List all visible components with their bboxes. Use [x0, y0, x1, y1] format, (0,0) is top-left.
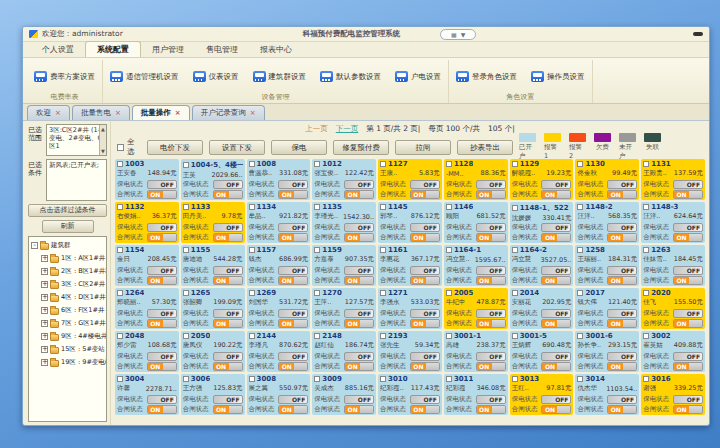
- card-checkbox[interactable]: [643, 376, 649, 382]
- protect-status-toggle[interactable]: OFF: [278, 266, 308, 275]
- card-checkbox[interactable]: [446, 247, 452, 253]
- meter-card[interactable]: 1129 解晓霞.. 19.23元 保电状态 OFF 合闸状态 ON: [510, 159, 574, 200]
- toolbar-button[interactable]: 抄表导出: [457, 140, 513, 155]
- meter-card[interactable]: 2020 佳飞 155.50元 保电状态 OFF 合闸状态 ON: [641, 288, 705, 329]
- protect-status-toggle[interactable]: OFF: [607, 266, 637, 275]
- protect-status-toggle[interactable]: OFF: [673, 180, 703, 189]
- protect-status-toggle[interactable]: OFF: [213, 266, 243, 275]
- card-checkbox[interactable]: [249, 247, 255, 253]
- switch-status-toggle[interactable]: ON: [278, 190, 308, 199]
- protect-status-toggle[interactable]: OFF: [541, 223, 571, 232]
- close-icon[interactable]: ×: [55, 109, 61, 117]
- switch-status-toggle[interactable]: ON: [213, 362, 243, 371]
- meter-card[interactable]: 1155 唐迪迪 544.28元 保电状态 OFF 合闸状态 ON: [181, 245, 245, 286]
- card-checkbox[interactable]: [446, 161, 452, 167]
- close-icon[interactable]: ×: [250, 109, 256, 117]
- card-checkbox[interactable]: [117, 247, 123, 253]
- card-checkbox[interactable]: [446, 290, 452, 296]
- meter-card[interactable]: 1157 钱杰 686.99元 保电状态 OFF 合闸状态 ON: [247, 245, 311, 286]
- ribbon-button[interactable]: 仪表设置: [190, 69, 242, 84]
- meter-card[interactable]: 1146 顾阳 681.52元 保电状态 OFF 合闸状态 ON: [444, 202, 508, 243]
- card-checkbox[interactable]: [446, 333, 452, 339]
- meter-card[interactable]: 3013 王红.. 97.81元 保电状态 OFF 合闸状态 ON: [510, 374, 574, 415]
- card-checkbox[interactable]: [314, 290, 320, 296]
- switch-status-toggle[interactable]: ON: [410, 405, 440, 414]
- tree-node[interactable]: + 6区：F区1#井（F区1#: [31, 304, 106, 317]
- switch-status-toggle[interactable]: ON: [344, 276, 374, 285]
- card-checkbox[interactable]: [512, 376, 518, 382]
- card-checkbox[interactable]: [249, 204, 255, 210]
- meter-card[interactable]: 1263 佳妹雪.. 184.45元 保电状态 OFF 合闸状态 ON: [641, 245, 705, 286]
- card-checkbox[interactable]: [314, 376, 320, 382]
- tree-node[interactable]: + 9区：4#楼电井（4#楼: [31, 330, 106, 343]
- card-checkbox[interactable]: [577, 204, 583, 210]
- switch-status-toggle[interactable]: ON: [278, 405, 308, 414]
- prev-page-link[interactable]: 上一页: [305, 124, 328, 134]
- toolbar-button[interactable]: 电价下发: [147, 140, 203, 155]
- switch-status-toggle[interactable]: ON: [344, 233, 374, 242]
- protect-status-toggle[interactable]: OFF: [673, 352, 703, 361]
- card-checkbox[interactable]: [314, 204, 320, 210]
- meter-card[interactable]: 3008 展之翼 550.97元 保电状态 OFF 合闸状态 ON: [247, 374, 311, 415]
- protect-status-toggle[interactable]: OFF: [147, 180, 177, 189]
- expander-icon[interactable]: +: [41, 346, 48, 353]
- card-checkbox[interactable]: [183, 333, 189, 339]
- protect-status-toggle[interactable]: OFF: [607, 395, 637, 404]
- protect-status-toggle[interactable]: OFF: [213, 223, 243, 232]
- meter-card[interactable]: 1159 方嘉泰 907.35元 保电状态 OFF 合闸状态 ON: [312, 245, 376, 286]
- switch-status-toggle[interactable]: ON: [344, 362, 374, 371]
- card-checkbox[interactable]: [643, 204, 649, 210]
- card-checkbox[interactable]: [380, 333, 386, 339]
- card-checkbox[interactable]: [249, 333, 255, 339]
- protect-status-toggle[interactable]: OFF: [213, 180, 243, 189]
- card-checkbox[interactable]: [380, 376, 386, 382]
- selected-area-listbox[interactable]: 3区:C区2#井 (1#变电、2#变电、C区1 ▲▼: [46, 124, 107, 156]
- protect-status-toggle[interactable]: OFF: [541, 266, 571, 275]
- switch-status-toggle[interactable]: ON: [541, 319, 571, 328]
- card-checkbox[interactable]: [249, 376, 255, 382]
- meter-card[interactable]: 1148-2 汪洋.. 568.35元 保电状态 OFF 合闸状态 ON: [575, 202, 639, 243]
- protect-status-toggle[interactable]: OFF: [541, 395, 571, 404]
- listbox-scrollbar[interactable]: ▲▼: [99, 125, 106, 155]
- ribbon-tab[interactable]: 系统配置: [85, 41, 141, 57]
- card-checkbox[interactable]: [512, 290, 518, 296]
- meter-card[interactable]: 1127 王康.. 5.83元 保电状态 OFF 合闸状态 ON: [378, 159, 442, 200]
- card-checkbox[interactable]: [249, 290, 255, 296]
- protect-status-toggle[interactable]: OFF: [213, 309, 243, 318]
- expander-icon[interactable]: +: [41, 333, 48, 340]
- document-tab[interactable]: 欢迎 ×: [27, 105, 70, 120]
- card-checkbox[interactable]: [117, 376, 123, 382]
- switch-status-toggle[interactable]: ON: [476, 319, 506, 328]
- ribbon-button[interactable]: 通信管理机设置: [107, 69, 182, 84]
- toolbar-button[interactable]: 保电: [271, 140, 327, 155]
- protect-status-toggle[interactable]: OFF: [410, 309, 440, 318]
- tree-node[interactable]: - 建筑群: [31, 239, 106, 252]
- protect-status-toggle[interactable]: OFF: [344, 180, 374, 189]
- switch-status-toggle[interactable]: ON: [541, 276, 571, 285]
- protect-status-toggle[interactable]: OFF: [344, 266, 374, 275]
- meter-card[interactable]: 2005 牛纪中 478.87元 保电状态 OFF 合闸状态 ON: [444, 288, 508, 329]
- meter-card[interactable]: 3001-6 孙长争.. 293.15元 保电状态 OFF 合闸状态 ON: [575, 331, 639, 372]
- card-checkbox[interactable]: [183, 247, 189, 253]
- protect-status-toggle[interactable]: OFF: [476, 266, 506, 275]
- meter-card[interactable]: 3001-1 高雄 238.37元 保电状态 OFF 合闸状态 ON: [444, 331, 508, 372]
- meter-card[interactable]: 3001-5 王炳辉 690.48元 保电状态 OFF 合闸状态 ON: [510, 331, 574, 372]
- expander-icon[interactable]: +: [41, 320, 48, 327]
- expander-icon[interactable]: +: [41, 268, 48, 275]
- meter-card[interactable]: 1264 郑晓丽.. 57.30元 保电状态 OFF 合闸状态 ON: [115, 288, 179, 329]
- expander-icon[interactable]: +: [41, 307, 48, 314]
- card-checkbox[interactable]: [577, 290, 583, 296]
- switch-status-toggle[interactable]: ON: [410, 319, 440, 328]
- protect-status-toggle[interactable]: OFF: [147, 352, 177, 361]
- switch-status-toggle[interactable]: ON: [607, 276, 637, 285]
- document-tab[interactable]: 批量售电 ×: [72, 105, 130, 120]
- ribbon-tab[interactable]: 报表中心: [249, 42, 303, 57]
- switch-status-toggle[interactable]: ON: [673, 190, 703, 199]
- protect-status-toggle[interactable]: OFF: [410, 395, 440, 404]
- card-checkbox[interactable]: [117, 161, 123, 167]
- card-checkbox[interactable]: [512, 333, 518, 339]
- card-checkbox[interactable]: [183, 162, 189, 168]
- switch-status-toggle[interactable]: ON: [607, 405, 637, 414]
- switch-status-toggle[interactable]: ON: [344, 319, 374, 328]
- meter-card[interactable]: 1135 李瑾光.. 1542.30.. 保电状态 OFF 合闸状态 ON: [312, 202, 376, 243]
